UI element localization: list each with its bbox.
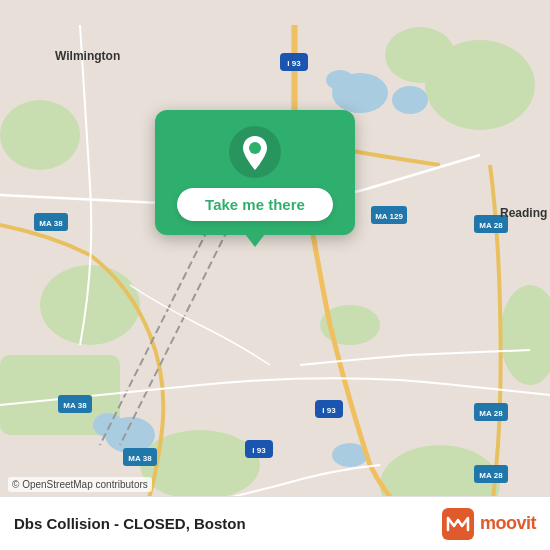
map-container: I 93 I 93 I 93 MA 129 MA 129 MA 38 MA 38… [0,0,550,550]
take-me-there-button[interactable]: Take me there [177,188,333,221]
moovit-m-icon [442,508,474,540]
svg-text:Reading: Reading [500,206,547,220]
svg-point-3 [0,100,80,170]
location-title: Dbs Collision - CLOSED, Boston [14,515,246,532]
bottom-bar: Dbs Collision - CLOSED, Boston moovit [0,496,550,550]
svg-point-2 [385,27,455,83]
svg-text:MA 129: MA 129 [375,212,403,221]
svg-text:Wilmington: Wilmington [55,49,120,63]
svg-text:MA 28: MA 28 [479,409,503,418]
svg-point-14 [93,413,123,437]
svg-text:MA 28: MA 28 [479,221,503,230]
map-attribution: © OpenStreetMap contributors [8,477,152,492]
svg-point-45 [249,142,261,154]
location-pin-icon [229,126,281,178]
svg-point-12 [326,70,354,90]
location-popup: Take me there [155,110,355,235]
svg-text:MA 38: MA 38 [63,401,87,410]
svg-text:I 93: I 93 [322,406,336,415]
moovit-logo: moovit [442,508,536,540]
popup-tail [245,234,265,247]
svg-text:I 93: I 93 [252,446,266,455]
svg-point-11 [392,86,428,114]
moovit-text: moovit [480,513,536,534]
svg-text:I 93: I 93 [287,59,301,68]
svg-text:MA 38: MA 38 [128,454,152,463]
map-background: I 93 I 93 I 93 MA 129 MA 129 MA 38 MA 38… [0,0,550,550]
svg-text:MA 38: MA 38 [39,219,63,228]
svg-text:MA 28: MA 28 [479,471,503,480]
